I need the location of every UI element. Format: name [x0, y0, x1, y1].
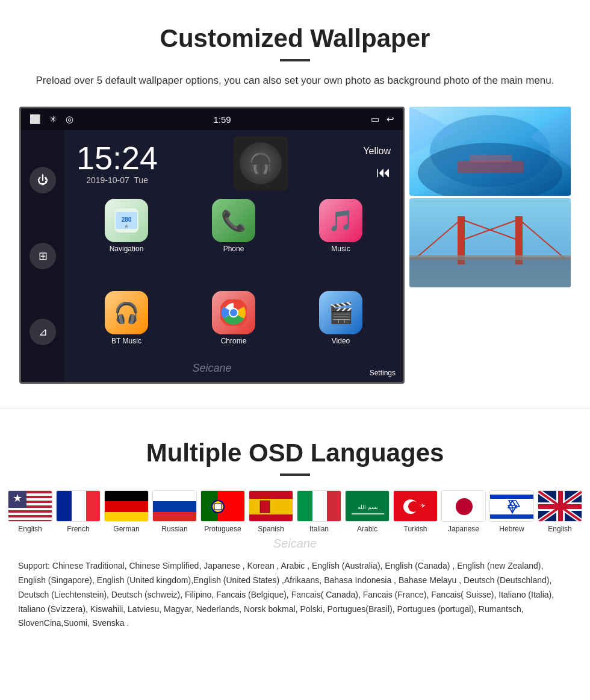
svg-text:280: 280: [122, 216, 132, 223]
music-info: Yellow ⏮: [363, 146, 391, 181]
android-screen: ⬜ ✳ ◎ 1:59 ▭ ↩ ⏻ ⊞ ⊿: [19, 107, 405, 384]
status-bar: ⬜ ✳ ◎ 1:59 ▭ ↩: [21, 108, 403, 130]
settings-label: Settings: [370, 369, 396, 377]
video-icon: 🎬: [319, 291, 362, 334]
flag-us: ★: [8, 490, 52, 522]
flag-label-japanese: Japanese: [448, 525, 479, 533]
status-bar-left: ⬜ ✳ ◎: [30, 114, 73, 125]
status-bar-right: ▭ ↩: [371, 114, 394, 125]
svg-rect-52: [327, 491, 341, 522]
wallpaper-title: Customized Wallpaper: [18, 24, 572, 53]
flag-label-portuguese: Protuguese: [204, 525, 241, 533]
back-icon: ↩: [387, 114, 394, 125]
flag-label-hebrew: Hebrew: [499, 525, 524, 533]
main-content: 15:24 2019-10-07 Tue 🎧 Yellow ⏮: [64, 130, 403, 382]
flag-de: [104, 490, 149, 522]
grid-button[interactable]: ⊞: [30, 243, 56, 269]
flag-label-english-gb: English: [548, 525, 571, 533]
settings-button[interactable]: ⊿: [30, 319, 56, 345]
app-navigation[interactable]: 280 A Navigation: [76, 199, 176, 284]
svg-rect-41: [153, 512, 197, 522]
device-container: ⬜ ✳ ◎ 1:59 ▭ ↩ ⏻ ⊞ ⊿: [18, 107, 572, 384]
svg-rect-28: [8, 508, 52, 510]
svg-rect-49: [260, 501, 270, 513]
bt-icon: 🎧: [105, 291, 148, 334]
flag-item-russian: Russian: [152, 490, 197, 533]
flag-label-turkish: Turkish: [404, 525, 427, 533]
svg-point-45: [214, 503, 222, 510]
languages-title: Multiple OSD Languages: [18, 439, 572, 467]
svg-rect-35: [86, 491, 101, 522]
phone-label: Phone: [223, 245, 244, 253]
flag-label-russian: Russian: [161, 525, 187, 533]
flag-item-turkish: Turkish: [393, 490, 438, 533]
flag-label-arabic: Arabic: [357, 525, 377, 533]
svg-rect-30: [8, 517, 52, 520]
top-info: 15:24 2019-10-07 Tue 🎧 Yellow ⏮: [64, 130, 403, 193]
flag-item-hebrew: Hebrew: [489, 490, 534, 533]
svg-rect-14: [470, 155, 512, 162]
power-button[interactable]: ⏻: [30, 167, 56, 193]
wallpaper-bridge: [409, 198, 571, 287]
music-label: Music: [331, 245, 350, 253]
flag-item-arabic: بسم الله Arabic: [345, 490, 390, 533]
flag-label-spanish: Spanish: [258, 525, 284, 533]
svg-rect-50: [297, 491, 312, 522]
svg-rect-38: [105, 512, 149, 522]
wallpaper-thumbs: [409, 107, 571, 287]
lang-title-divider: [280, 473, 310, 476]
svg-point-61: [456, 498, 473, 515]
phone-icon: 📞: [212, 199, 255, 242]
app-video[interactable]: 🎬 Video: [291, 291, 391, 376]
app-chrome[interactable]: Chrome: [184, 291, 284, 376]
flag-item-english-us: ★ English: [8, 490, 52, 533]
flag-il: [489, 490, 534, 522]
svg-rect-39: [153, 491, 197, 501]
flag-item-spanish: Spanish: [249, 490, 293, 533]
flag-item-german: German: [104, 490, 149, 533]
flag-es: [249, 490, 293, 522]
svg-point-58: [408, 501, 419, 512]
svg-rect-48: [249, 499, 293, 514]
svg-rect-51: [312, 491, 327, 522]
chrome-label: Chrome: [221, 337, 247, 345]
support-text: Support: Chinese Traditional, Chinese Si…: [18, 559, 572, 631]
flag-jp: [441, 490, 486, 522]
window-icon: ▭: [371, 114, 379, 125]
flag-gb: [538, 490, 582, 522]
music-icon: 🎧: [240, 142, 282, 184]
svg-rect-40: [153, 501, 197, 512]
page-divider: [0, 408, 590, 408]
svg-rect-16: [409, 258, 571, 287]
wallpaper-ice: [409, 107, 571, 196]
music-track: Yellow: [363, 146, 391, 157]
prev-track-icon[interactable]: ⏮: [376, 164, 391, 181]
chrome-icon: [212, 291, 255, 334]
video-label: Video: [332, 337, 350, 345]
app-music[interactable]: 🎵 Music: [291, 199, 391, 284]
nav-icon: 280 A: [105, 199, 148, 242]
time-block: 15:24 2019-10-07 Tue: [76, 142, 158, 185]
location-icon: ◎: [66, 114, 73, 125]
nav-label: Navigation: [110, 245, 144, 253]
app-grid: 280 A Navigation 📞 Phone: [64, 193, 403, 382]
flag-fr: [56, 490, 101, 522]
svg-rect-63: [490, 495, 534, 499]
svg-text:A: A: [125, 224, 128, 228]
svg-rect-13: [458, 161, 524, 173]
flag-ru: [152, 490, 197, 522]
lang-watermark: Seicane: [18, 537, 572, 551]
flag-item-english-gb: English: [538, 490, 582, 533]
app-bt-music[interactable]: 🎧 BT Music: [76, 291, 176, 376]
flag-tr: [393, 490, 438, 522]
app-phone[interactable]: 📞 Phone: [184, 199, 284, 284]
status-time: 1:59: [213, 114, 231, 125]
flag-item-japanese: Japanese: [441, 490, 486, 533]
svg-text:بسم الله: بسم الله: [358, 504, 378, 511]
music-app-icon: 🎵: [319, 199, 362, 242]
svg-rect-29: [8, 513, 52, 515]
svg-rect-37: [105, 501, 149, 512]
flag-ar: بسم الله: [345, 490, 390, 522]
flag-item-french: French: [56, 490, 101, 533]
bt-label: BT Music: [111, 337, 141, 345]
